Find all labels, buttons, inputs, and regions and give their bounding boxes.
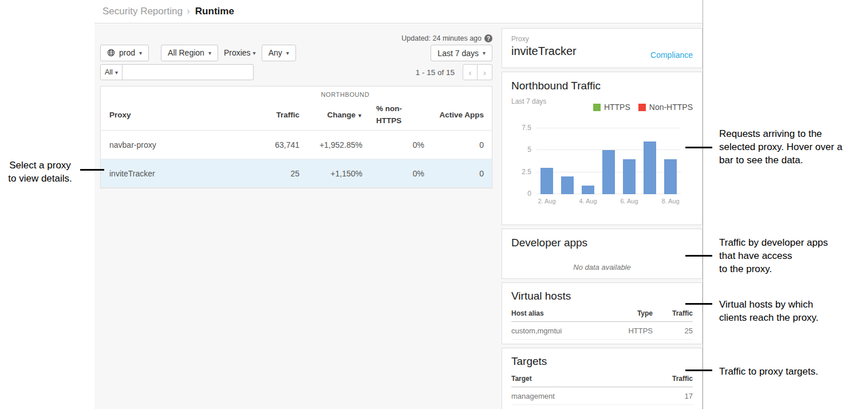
targets-title: Targets: [511, 355, 693, 368]
callout-line-developer-apps: [685, 255, 712, 257]
x-tick-label: [640, 198, 660, 204]
targets-table: Target Traffic management 17: [511, 375, 693, 405]
non-https-label: % non-HTTPS: [376, 103, 408, 127]
pagination-prev-button[interactable]: ‹: [463, 64, 478, 80]
search-row: All ▾ 1 - 15 of 15 ‹ ›: [100, 64, 492, 80]
y-tick-label: 5: [527, 145, 531, 154]
annotation-select-proxy: Select a proxy to view details.: [1, 159, 79, 185]
cell-traffic: 63,741: [247, 140, 299, 150]
chevron-down-icon: ▾: [208, 50, 211, 56]
column-header-change[interactable]: Change▼: [299, 111, 362, 119]
chart-bar[interactable]: [540, 168, 553, 194]
cell-host-alias: custom,mgmtui: [511, 327, 601, 335]
virtual-hosts-title: Virtual hosts: [511, 290, 693, 302]
compliance-link[interactable]: Compliance: [650, 50, 693, 60]
date-range-label: Last 7 days: [437, 49, 479, 58]
pagination-range: 1 - 15 of 15: [416, 68, 455, 77]
main-content: Updated: 24 minutes ago ? prod ▾ All Reg…: [94, 24, 703, 409]
legend-label-non-https: Non-HTTPS: [649, 103, 693, 112]
updated-text: Updated: 24 minutes ago: [401, 34, 482, 42]
bar-cell: [557, 128, 578, 194]
callout-line-virtual-hosts: [685, 303, 712, 305]
proxy-label: Proxy: [511, 35, 693, 43]
chart-bar[interactable]: [582, 186, 594, 194]
chevron-down-icon: ▾: [253, 50, 256, 56]
proxy-list-panel: Updated: 24 minutes ago ? prod ▾ All Reg…: [100, 24, 492, 409]
chevron-left-icon: ‹: [469, 68, 472, 77]
search-scope-label: All: [105, 68, 113, 76]
proxy-detail-panel: Proxy inviteTracker Compliance Northboun…: [502, 28, 703, 409]
table-row-navbar-proxy[interactable]: navbar-proxy 63,741 +1,952.85% 0% 0: [101, 131, 492, 159]
x-tick-label: 8. Aug: [660, 198, 681, 204]
annotation-targets: Traffic to proxy targets.: [719, 365, 868, 378]
bar-cell: [536, 128, 557, 194]
bar-cell: [619, 128, 640, 194]
virtual-hosts-header-row: Host alias Type Traffic: [511, 309, 693, 322]
sort-desc-icon: ▼: [357, 113, 362, 119]
column-header-proxy[interactable]: Proxy: [101, 111, 247, 119]
chart-x-axis: 2. Aug4. Aug6. Aug8. Aug: [536, 198, 681, 204]
callout-line-targets: [685, 369, 712, 371]
x-tick-label: 4. Aug: [578, 198, 598, 204]
chart-plot: [536, 128, 681, 194]
cell-proxy-name: navbar-proxy: [101, 140, 247, 150]
chart-bar[interactable]: [602, 150, 615, 194]
developer-apps-card: Developer apps No data available: [502, 229, 703, 279]
breadcrumb-section[interactable]: Security Reporting: [102, 6, 183, 17]
column-header-target: Target: [511, 375, 653, 383]
x-tick-label: [557, 198, 578, 204]
chart-bar[interactable]: [561, 176, 574, 194]
virtual-host-row[interactable]: custom,mgmtui HTTPS 25: [511, 322, 693, 340]
x-tick-label: 2. Aug: [536, 198, 557, 204]
table-group-header: NORTHBOUND: [101, 86, 492, 100]
globe-icon: [107, 49, 115, 57]
region-dropdown-label: All Region: [168, 48, 204, 57]
cell-active-apps: 0: [424, 140, 492, 150]
bar-cell: [660, 128, 681, 194]
search-input[interactable]: [123, 64, 254, 80]
column-header-traffic[interactable]: Traffic: [247, 111, 299, 119]
column-header-traffic: Traffic: [653, 309, 693, 317]
callout-line-select-proxy: [80, 169, 104, 171]
change-label: Change: [328, 111, 356, 119]
column-header-active-apps[interactable]: Active Apps: [424, 111, 492, 119]
chart-legend: HTTPS Non-HTTPS: [593, 103, 693, 112]
virtual-hosts-card: Virtual hosts Host alias Type Traffic cu…: [502, 282, 703, 344]
chart-title: Northbound Traffic: [511, 80, 693, 92]
annotation-developer-apps: Traffic by developer apps that have acce…: [719, 236, 868, 276]
x-tick-label: [598, 198, 619, 204]
cell-proxy-name: inviteTracker: [101, 169, 247, 178]
environment-dropdown[interactable]: prod ▾: [100, 45, 149, 61]
cell-active-apps: 0: [424, 169, 492, 178]
column-header-type: Type: [601, 309, 653, 317]
non-https-swatch-icon: [638, 104, 646, 111]
proxies-dropdown[interactable]: Proxies ▾: [224, 48, 256, 57]
chart-bar[interactable]: [623, 159, 636, 194]
page: Security Reporting › Runtime Updated: 24…: [0, 0, 868, 409]
virtual-hosts-table: Host alias Type Traffic custom,mgmtui HT…: [511, 309, 693, 340]
proxy-summary-card: Proxy inviteTracker Compliance: [502, 28, 703, 68]
chart-bar[interactable]: [644, 141, 656, 194]
cell-change: +1,952.85%: [299, 140, 362, 150]
targets-card: Targets Target Traffic management 17: [502, 348, 703, 409]
search-scope-dropdown[interactable]: All ▾: [100, 64, 123, 80]
cell-traffic: 25: [653, 327, 693, 335]
callout-line-requests: [685, 147, 712, 148]
targets-header-row: Target Traffic: [511, 375, 693, 387]
target-row[interactable]: management 17: [511, 387, 693, 405]
region-dropdown[interactable]: All Region ▾: [161, 45, 218, 61]
any-dropdown[interactable]: Any ▾: [262, 45, 296, 61]
chevron-down-icon: ▾: [139, 50, 142, 56]
table-row-invitetracker-selected[interactable]: inviteTracker 25 +1,150% 0% 0: [101, 159, 492, 188]
help-icon[interactable]: ?: [484, 34, 492, 42]
chart-bar[interactable]: [664, 159, 677, 194]
breadcrumb-separator-icon: ›: [187, 5, 190, 17]
x-tick-label: 6. Aug: [619, 198, 640, 204]
pagination-next-button[interactable]: ›: [478, 64, 492, 80]
cell-type: HTTPS: [601, 327, 653, 335]
date-range-dropdown[interactable]: Last 7 days ▾: [431, 45, 492, 61]
bar-cell: [598, 128, 619, 194]
column-header-non-https[interactable]: % non-HTTPS: [362, 103, 424, 127]
y-tick-label: 2.5: [522, 168, 531, 176]
table-header-row: Proxy Traffic Change▼ % non-HTTPS Active…: [101, 100, 492, 131]
